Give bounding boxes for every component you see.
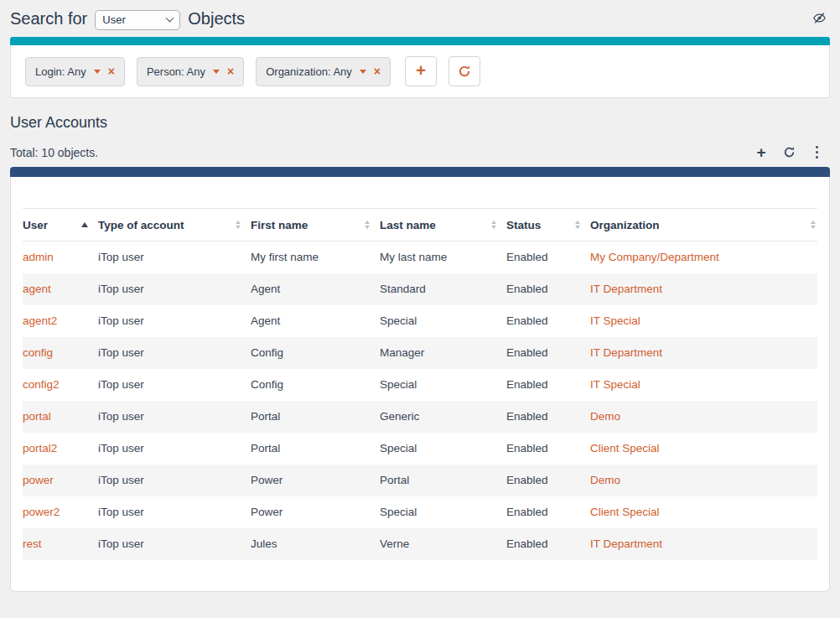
user-cell: rest bbox=[23, 528, 98, 560]
column-header-organization[interactable]: Organization bbox=[590, 209, 817, 241]
search-criteria-panel: Login: Any×Person: Any×Organization: Any… bbox=[10, 45, 830, 98]
user-cell: config bbox=[23, 337, 98, 369]
page-title-suffix: Objects bbox=[188, 9, 245, 29]
refresh-list-button[interactable] bbox=[783, 146, 796, 158]
class-select-wrap: User bbox=[95, 8, 180, 30]
status-cell: Enabled bbox=[506, 528, 590, 560]
column-label: Last name bbox=[380, 219, 436, 231]
remove-criterion-icon[interactable]: × bbox=[108, 65, 115, 77]
sort-up-arrow bbox=[491, 221, 496, 224]
sort-icon[interactable] bbox=[236, 221, 241, 229]
type-cell: iTop user bbox=[98, 528, 251, 560]
organization-cell: My Company/Department bbox=[590, 241, 817, 273]
organization-link[interactable]: IT Special bbox=[590, 314, 640, 327]
column-header-user[interactable]: User bbox=[23, 209, 98, 241]
column-header-inner: Organization bbox=[590, 219, 817, 231]
column-label: Type of account bbox=[98, 219, 184, 231]
organization-link[interactable]: IT Special bbox=[590, 378, 640, 391]
sort-asc-icon[interactable] bbox=[81, 222, 88, 227]
first-name-cell: Config bbox=[251, 337, 380, 369]
add-criterion-button[interactable]: + bbox=[405, 56, 437, 86]
sort-down-arrow bbox=[811, 226, 816, 229]
sort-up-arrow bbox=[811, 221, 816, 224]
sort-icon[interactable] bbox=[365, 221, 370, 229]
user-cell: power bbox=[23, 465, 98, 496]
first-name-cell: Agent bbox=[251, 305, 380, 337]
last-name-cell: Special bbox=[380, 433, 506, 465]
table-row: poweriTop userPowerPortalEnabledDemo bbox=[23, 465, 817, 496]
status-cell: Enabled bbox=[506, 273, 590, 305]
user-link[interactable]: power2 bbox=[23, 506, 60, 518]
filter-criterion-chip[interactable]: Organization: Any× bbox=[256, 57, 391, 86]
class-select[interactable]: User bbox=[95, 10, 180, 30]
type-cell: iTop user bbox=[98, 305, 251, 337]
list-panel: UserType of accountFirst nameLast nameSt… bbox=[10, 177, 830, 592]
column-header-status[interactable]: Status bbox=[506, 209, 590, 241]
filter-criterion-chip[interactable]: Login: Any× bbox=[25, 57, 125, 86]
user-link[interactable]: agent bbox=[23, 283, 51, 295]
column-header-last-name[interactable]: Last name bbox=[380, 209, 506, 241]
organization-link[interactable]: IT Department bbox=[590, 346, 662, 359]
sort-up-arrow bbox=[575, 221, 580, 224]
organization-cell: IT Department bbox=[590, 337, 817, 369]
sort-icon[interactable] bbox=[575, 221, 580, 229]
user-link[interactable]: rest bbox=[23, 538, 42, 550]
user-link[interactable]: power bbox=[23, 474, 54, 486]
type-cell: iTop user bbox=[98, 337, 251, 369]
organization-link[interactable]: My Company/Department bbox=[590, 251, 719, 263]
column-header-first-name[interactable]: First name bbox=[251, 209, 380, 241]
user-link[interactable]: portal2 bbox=[23, 442, 57, 454]
caret-down-icon[interactable] bbox=[94, 70, 101, 74]
type-cell: iTop user bbox=[98, 369, 251, 401]
other-actions-button[interactable] bbox=[812, 146, 822, 159]
new-object-button[interactable]: + bbox=[756, 144, 765, 160]
table-row: agent2iTop userAgentSpecialEnabledIT Spe… bbox=[23, 305, 817, 337]
refresh-search-button[interactable] bbox=[449, 56, 480, 86]
first-name-cell: My first name bbox=[251, 241, 380, 273]
remove-criterion-icon[interactable]: × bbox=[374, 65, 381, 77]
organization-cell: IT Special bbox=[590, 305, 817, 337]
user-link[interactable]: config bbox=[23, 346, 53, 359]
table-row: agentiTop userAgentStandardEnabledIT Dep… bbox=[23, 273, 817, 305]
sort-down-arrow bbox=[236, 226, 241, 229]
filter-criterion-chip[interactable]: Person: Any× bbox=[137, 57, 244, 86]
column-header-inner: Status bbox=[506, 219, 590, 231]
list-toolbar: + bbox=[756, 144, 822, 160]
user-link[interactable]: admin bbox=[23, 251, 54, 263]
status-cell: Enabled bbox=[506, 433, 590, 465]
organization-link[interactable]: Client Special bbox=[590, 442, 660, 454]
user-link[interactable]: config2 bbox=[23, 378, 60, 391]
type-cell: iTop user bbox=[98, 401, 251, 433]
sort-icon[interactable] bbox=[811, 221, 816, 229]
sort-up-arrow bbox=[236, 221, 241, 224]
sort-icon[interactable] bbox=[491, 221, 496, 229]
organization-link[interactable]: Demo bbox=[590, 410, 620, 423]
user-cell: power2 bbox=[23, 496, 98, 528]
status-cell: Enabled bbox=[506, 241, 590, 273]
user-link[interactable]: portal bbox=[23, 410, 51, 423]
hide-search-button[interactable] bbox=[811, 9, 828, 29]
status-cell: Enabled bbox=[506, 496, 590, 528]
organization-cell: Demo bbox=[590, 465, 817, 496]
results-bar: Total: 10 objects. + bbox=[10, 144, 830, 160]
organization-cell: IT Department bbox=[590, 528, 817, 560]
column-label: Status bbox=[506, 219, 541, 231]
organization-link[interactable]: Demo bbox=[590, 474, 620, 486]
table-row: config2iTop userConfigSpecialEnabledIT S… bbox=[23, 369, 817, 401]
caret-down-icon[interactable] bbox=[360, 70, 366, 74]
user-link[interactable]: agent2 bbox=[23, 314, 57, 327]
organization-link[interactable]: Client Special bbox=[590, 506, 660, 518]
caret-down-icon[interactable] bbox=[213, 70, 220, 74]
table-row: portaliTop userPortalGenericEnabledDemo bbox=[23, 401, 817, 433]
organization-cell: IT Department bbox=[590, 273, 817, 305]
organization-link[interactable]: IT Department bbox=[590, 283, 662, 295]
column-header-type-of-account[interactable]: Type of account bbox=[98, 209, 251, 241]
last-name-cell: Portal bbox=[380, 465, 506, 496]
last-name-cell: My last name bbox=[380, 241, 506, 273]
user-cell: agent2 bbox=[23, 305, 98, 337]
results-title: User Accounts bbox=[10, 114, 830, 132]
criterion-label: Login: Any bbox=[35, 65, 86, 78]
remove-criterion-icon[interactable]: × bbox=[227, 65, 234, 77]
type-cell: iTop user bbox=[98, 465, 251, 496]
organization-link[interactable]: IT Department bbox=[590, 538, 662, 550]
